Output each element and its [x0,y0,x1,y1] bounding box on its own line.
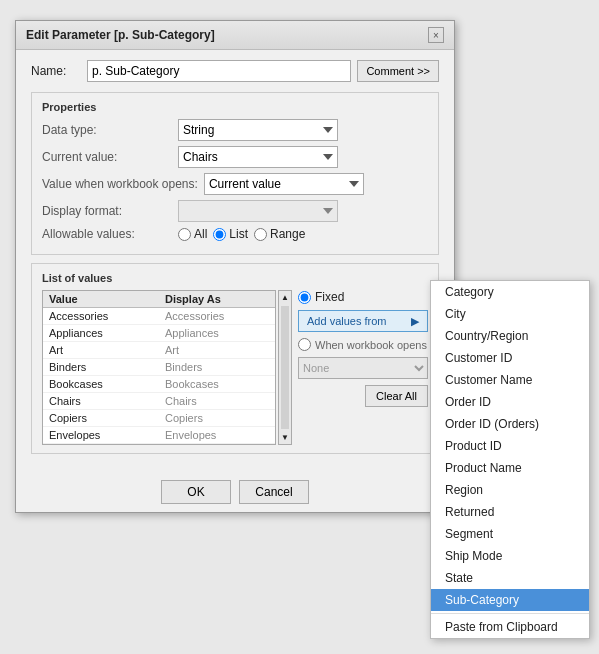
cell-display: Accessories [159,308,275,325]
paste-clipboard-item[interactable]: Paste from Clipboard [431,616,589,638]
workbook-row: Value when workbook opens: Current value [42,173,428,195]
close-button[interactable]: × [428,27,444,43]
radio-all[interactable] [178,228,191,241]
none-select[interactable]: None [298,357,428,379]
ok-button[interactable]: OK [161,480,231,504]
name-input[interactable] [87,60,351,82]
table-row[interactable]: BindersBinders [43,359,275,376]
cancel-button[interactable]: Cancel [239,480,309,504]
table-row[interactable]: AccessoriesAccessories [43,308,275,325]
cell-value: Appliances [43,325,159,342]
dropdown-item[interactable]: Customer ID [431,347,589,369]
dropdown-divider [431,613,589,614]
scroll-thumb[interactable] [281,306,289,429]
cell-display: Binders [159,359,275,376]
table-row[interactable]: BookcasesBookcases [43,376,275,393]
radio-when-workbook[interactable] [298,338,311,351]
radio-fixed[interactable] [298,291,311,304]
cell-display: Art [159,342,275,359]
dropdown-item[interactable]: Customer Name [431,369,589,391]
dropdown-item[interactable]: Category [431,281,589,303]
edit-parameter-dialog: Edit Parameter [p. Sub-Category] × Name:… [15,20,455,513]
allowable-row: Allowable values: All List Range [42,227,428,241]
workbook-label: Value when workbook opens: [42,177,198,191]
cell-display: Envelopes [159,427,275,444]
table-row[interactable]: AppliancesAppliances [43,325,275,342]
scroll-down[interactable]: ▼ [279,431,291,444]
cell-display: Chairs [159,393,275,410]
dialog-footer: OK Cancel [16,472,454,512]
dropdown-item[interactable]: Sub-Category [431,589,589,611]
list-section-label: List of values [42,272,428,284]
cell-value: Envelopes [43,427,159,444]
dropdown-item[interactable]: Ship Mode [431,545,589,567]
fixed-row: Fixed [298,290,428,304]
radio-range[interactable] [254,228,267,241]
when-workbook-label: When workbook opens [315,339,427,351]
dropdown-item[interactable]: Country/Region [431,325,589,347]
dropdown-item[interactable]: City [431,303,589,325]
data-type-label: Data type: [42,123,172,137]
dropdown-menu: CategoryCityCountry/RegionCustomer IDCus… [430,280,590,639]
display-format-label: Display format: [42,204,172,218]
list-table-wrapper: Value Display As AccessoriesAccessoriesA… [42,290,276,445]
dialog-body: Name: Comment >> Properties Data type: S… [16,50,454,472]
dropdown-item[interactable]: Returned [431,501,589,523]
display-format-row: Display format: [42,200,428,222]
cell-value: Binders [43,359,159,376]
dropdown-item[interactable]: Product Name [431,457,589,479]
allowable-label: Allowable values: [42,227,172,241]
dialog-title: Edit Parameter [p. Sub-Category] [26,28,215,42]
radio-all-label[interactable]: All [178,227,207,241]
dropdown-item[interactable]: Segment [431,523,589,545]
current-value-label: Current value: [42,150,172,164]
cell-value: Art [43,342,159,359]
add-values-button[interactable]: Add values from ▶ [298,310,428,332]
list-section: List of values Value Display As [31,263,439,454]
table-area: Value Display As AccessoriesAccessoriesA… [42,290,292,445]
cell-value: Chairs [43,393,159,410]
name-row: Name: Comment >> [31,60,439,82]
current-value-row: Current value: Chairs [42,146,428,168]
current-value-select[interactable]: Chairs [178,146,338,168]
dropdown-item[interactable]: State [431,567,589,589]
workbook-select[interactable]: Current value [204,173,364,195]
fixed-label: Fixed [315,290,344,304]
dropdown-item[interactable]: Product ID [431,435,589,457]
table-row[interactable]: ArtArt [43,342,275,359]
cell-value: Copiers [43,410,159,427]
cell-display: Copiers [159,410,275,427]
dropdown-item[interactable]: Order ID (Orders) [431,413,589,435]
dropdown-item[interactable]: Order ID [431,391,589,413]
cell-value: Accessories [43,308,159,325]
properties-section: Properties Data type: String Current val… [31,92,439,255]
properties-label: Properties [42,101,428,113]
dialog-titlebar: Edit Parameter [p. Sub-Category] × [16,21,454,50]
col-display-header: Display As [159,291,275,308]
scroll-up[interactable]: ▲ [279,291,291,304]
cell-display: Bookcases [159,376,275,393]
list-table-container: Value Display As AccessoriesAccessoriesA… [42,290,428,445]
radio-list-label[interactable]: List [213,227,248,241]
cell-display: Appliances [159,325,275,342]
table-row[interactable]: CopiersCopiers [43,410,275,427]
comment-button[interactable]: Comment >> [357,60,439,82]
dropdown-item[interactable]: Region [431,479,589,501]
list-table: Value Display As AccessoriesAccessoriesA… [43,291,275,444]
scrollbar[interactable]: ▲ ▼ [278,290,292,445]
data-type-row: Data type: String [42,119,428,141]
name-label: Name: [31,64,81,78]
table-row[interactable]: ChairsChairs [43,393,275,410]
radio-range-label[interactable]: Range [254,227,305,241]
right-panel: Fixed Add values from ▶ When workbook op… [298,290,428,445]
cell-value: Bookcases [43,376,159,393]
arrow-icon: ▶ [411,315,419,328]
table-row[interactable]: EnvelopesEnvelopes [43,427,275,444]
when-workbook-row: When workbook opens [298,338,428,351]
col-value-header: Value [43,291,159,308]
display-format-select[interactable] [178,200,338,222]
data-type-select[interactable]: String [178,119,338,141]
radio-list[interactable] [213,228,226,241]
clear-all-button[interactable]: Clear All [365,385,428,407]
